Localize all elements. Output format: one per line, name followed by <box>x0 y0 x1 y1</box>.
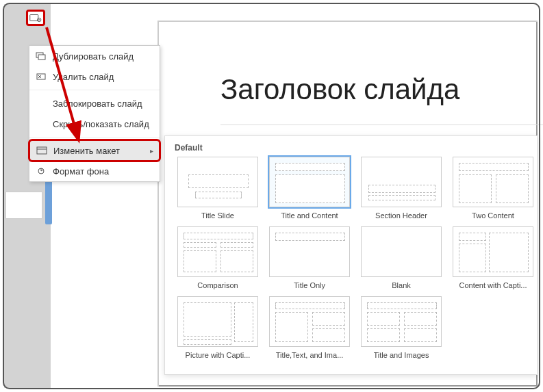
layout-thumbnail <box>269 296 350 347</box>
layout-option-comparison[interactable]: Comparison <box>175 226 261 289</box>
layout-option-title-images[interactable]: Title and Images <box>358 296 444 359</box>
menu-item-label: Удалить слайд <box>53 72 114 82</box>
menu-separator <box>29 90 160 90</box>
layout-option-title-only[interactable]: Title Only <box>266 226 353 289</box>
delete-slide-icon <box>35 72 47 81</box>
svg-rect-8 <box>37 147 47 154</box>
layout-label: Picture with Capti... <box>186 351 251 359</box>
layout-thumbnail <box>361 157 442 207</box>
duplicate-icon <box>35 51 47 61</box>
menu-delete-slide[interactable]: Удалить слайд <box>29 66 160 87</box>
slide-content-placeholder[interactable] <box>220 125 543 125</box>
menu-background-format[interactable]: Формат фона <box>29 161 160 181</box>
layout-option-two-content[interactable]: Two Content <box>450 157 536 220</box>
menu-item-label: Заблокировать слайд <box>53 99 142 109</box>
slide-gear-icon <box>29 13 42 23</box>
layout-thumbnail <box>177 226 258 277</box>
background-icon <box>35 166 47 176</box>
menu-item-label: Скрыть/показать слайд <box>53 119 149 129</box>
layout-thumbnail <box>269 226 350 277</box>
layout-thumbnail <box>361 226 442 277</box>
layout-thumbnail <box>177 296 258 347</box>
svg-point-2 <box>39 19 40 21</box>
slide-options-button[interactable] <box>26 10 45 26</box>
layout-label: Title and Content <box>281 211 338 220</box>
layout-label: Title and Images <box>374 351 429 359</box>
layout-label: Two Content <box>472 211 514 220</box>
menu-item-label: Дублировать слайд <box>53 51 134 62</box>
layout-label: Title Slide <box>201 211 234 220</box>
menu-lock-slide[interactable]: Заблокировать слайд <box>29 93 160 114</box>
slide-thumbnail[interactable] <box>5 192 42 219</box>
menu-hide-slide[interactable]: Скрыть/показать слайд <box>29 114 160 134</box>
layout-thumbnail <box>269 157 350 207</box>
layout-label: Blank <box>392 281 411 289</box>
layout-option-title-slide[interactable]: Title Slide <box>175 157 261 220</box>
layout-grid: Title SlideTitle and ContentSection Head… <box>165 157 537 369</box>
slide-selection-indicator <box>45 177 52 224</box>
layout-label: Title,Text, and Ima... <box>276 351 344 359</box>
layout-icon <box>36 146 48 155</box>
layout-group-header: Default <box>165 136 537 157</box>
layout-option-title-text-image[interactable]: Title,Text, and Ima... <box>266 296 353 359</box>
menu-item-label: Формат фона <box>53 166 109 177</box>
spacer-icon <box>35 99 47 108</box>
svg-rect-4 <box>38 55 45 60</box>
slide-context-menu: Дублировать слайд Удалить слайд Заблокир… <box>29 45 160 182</box>
layout-thumbnail <box>177 157 258 207</box>
layout-option-picture-caption[interactable]: Picture with Capti... <box>175 296 261 359</box>
svg-rect-0 <box>30 15 38 21</box>
layout-label: Comparison <box>197 281 238 289</box>
layout-thumbnail <box>453 157 533 207</box>
layout-option-title-content[interactable]: Title and Content <box>266 157 353 220</box>
menu-duplicate-slide[interactable]: Дублировать слайд <box>29 46 160 66</box>
menu-change-layout[interactable]: Изменить макет ▸ <box>28 139 161 162</box>
chevron-right-icon: ▸ <box>150 147 153 155</box>
layout-label: Section Header <box>375 211 427 220</box>
menu-separator <box>29 137 160 138</box>
menu-item-label: Изменить макет <box>53 146 120 156</box>
layout-option-blank[interactable]: Blank <box>358 226 444 289</box>
svg-rect-5 <box>37 74 45 79</box>
layout-thumbnail <box>453 226 533 277</box>
layout-label: Title Only <box>294 281 325 289</box>
layout-thumbnail <box>361 296 442 347</box>
layout-option-content-caption[interactable]: Content with Capti... <box>450 226 536 289</box>
layout-option-section-header[interactable]: Section Header <box>358 157 444 220</box>
spacer-icon <box>35 119 47 129</box>
layout-label: Content with Capti... <box>459 281 527 289</box>
layout-selection-panel: Default Title SlideTitle and ContentSect… <box>164 135 538 375</box>
slide-title-text[interactable]: Заголовок слайда <box>220 73 459 106</box>
